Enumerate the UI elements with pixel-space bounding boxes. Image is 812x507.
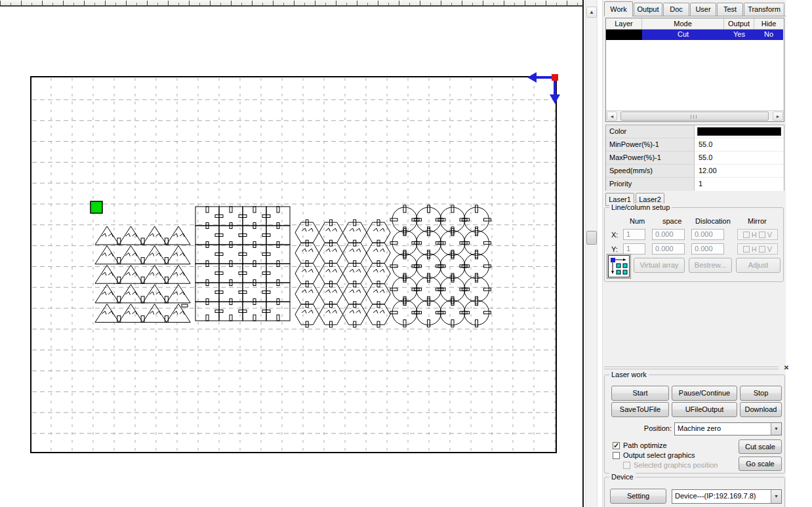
tab-user[interactable]: User: [690, 3, 716, 16]
layer-hide-cell[interactable]: No: [754, 30, 783, 40]
panel-splitter[interactable]: [604, 367, 779, 369]
tab-transform[interactable]: Transform: [744, 3, 784, 16]
prop-row-maxpower[interactable]: MaxPower(%)-1 55.0: [606, 152, 784, 165]
laser-software-window: ▲ Work Output Doc User Test Transform La…: [0, 0, 812, 507]
checkbox-label: Selected graphics position: [634, 461, 718, 469]
small-rect-mark[interactable]: [182, 304, 188, 307]
y-row-label: Y:: [611, 245, 622, 253]
prop-value[interactable]: 55.0: [695, 152, 784, 165]
laser-work-group: Laser work Start Pause/Continue Stop Sav…: [604, 375, 785, 474]
thumb-grip: [691, 115, 699, 119]
start-button[interactable]: Start: [611, 386, 669, 401]
y-mirror-v-checkbox[interactable]: [759, 246, 765, 253]
mirror-h-label: H: [752, 231, 757, 239]
col-header-hide[interactable]: Hide: [754, 18, 783, 30]
x-space-input[interactable]: 0.000: [652, 229, 685, 240]
hscroll-thumb[interactable]: [620, 112, 769, 121]
prop-row-minpower[interactable]: MinPower(%)-1 55.0: [606, 138, 784, 152]
layer-table: Layer Mode Output Hide Cut Yes No ◄ ►: [605, 18, 784, 122]
prop-value[interactable]: 12.00: [695, 165, 784, 178]
canvas-area[interactable]: [0, 0, 584, 507]
col-header-layer[interactable]: Layer: [606, 18, 642, 30]
main-tabstrip: Work Output Doc User Test Transform: [604, 1, 786, 16]
mirror-v-label: V: [767, 231, 772, 239]
scroll-up-icon[interactable]: ▲: [586, 7, 597, 18]
vertical-scroll-thumb[interactable]: [586, 231, 597, 245]
col-header-mirror: Mirror: [748, 217, 767, 225]
close-icon[interactable]: ✕: [782, 364, 790, 372]
layer-color-swatch[interactable]: [606, 30, 642, 40]
x-mirror-box: H V: [737, 229, 778, 240]
y-mirror-box: H V: [737, 243, 778, 254]
checkbox-label: Output select graphics: [623, 451, 695, 459]
ufile-output-button[interactable]: UFileOutput: [672, 402, 737, 417]
go-scale-button[interactable]: Go scale: [739, 456, 782, 471]
tab-test[interactable]: Test: [717, 3, 743, 16]
green-anchor-square[interactable]: [91, 201, 102, 213]
shape-group-hexagon-pieces[interactable]: [295, 220, 390, 327]
prop-row-color[interactable]: Color: [606, 125, 784, 138]
prop-row-speed[interactable]: Speed(mm/s) 12.00: [606, 165, 784, 178]
output-select-graphics-checkbox[interactable]: Output select graphics: [613, 451, 695, 459]
chevron-down-icon[interactable]: ▼: [771, 490, 781, 503]
tab-output[interactable]: Output: [634, 3, 662, 16]
save-to-ufile-button[interactable]: SaveToUFile: [611, 402, 669, 417]
layer-output-cell[interactable]: Yes: [724, 30, 754, 40]
adjust-button[interactable]: Adjust: [736, 258, 781, 273]
col-header-mode[interactable]: Mode: [642, 18, 724, 30]
layer-mode-cell[interactable]: Cut: [642, 30, 724, 40]
y-num-input[interactable]: 1: [623, 243, 645, 254]
checkbox-box[interactable]: [613, 442, 620, 449]
shape-group-square-pieces[interactable]: [195, 207, 290, 321]
array-direction-icon: [609, 256, 629, 277]
device-combobox[interactable]: Device---(IP:192.169.7.8) ▼: [672, 489, 782, 504]
line-column-setup-group: Line/column setup Num space Dislocation …: [604, 207, 784, 282]
array-direction-button[interactable]: [608, 255, 630, 277]
tab-work[interactable]: Work: [604, 1, 633, 16]
layer-row[interactable]: Cut Yes No: [606, 30, 784, 40]
x-num-input[interactable]: 1: [623, 229, 645, 240]
layer-table-hscrollbar[interactable]: ◄ ►: [606, 110, 784, 121]
chevron-down-icon[interactable]: ▼: [771, 423, 781, 435]
checkbox-box[interactable]: [623, 462, 630, 469]
device-group: Device Setting Device---(IP:192.169.7.8)…: [604, 477, 785, 507]
x-dislocation-input[interactable]: 0.000: [691, 229, 724, 240]
y-dislocation-input[interactable]: 0.000: [691, 243, 724, 254]
path-optimize-checkbox[interactable]: Path optimize: [613, 441, 667, 449]
position-value: Machine zero: [678, 424, 769, 432]
x-mirror-v-checkbox[interactable]: [759, 232, 765, 238]
prop-label: Color: [606, 125, 695, 138]
scroll-right-icon[interactable]: ►: [773, 112, 783, 121]
stop-button[interactable]: Stop: [740, 386, 782, 401]
prop-value-color[interactable]: [695, 125, 784, 138]
prop-value[interactable]: 55.0: [695, 138, 784, 152]
control-panel: Work Output Doc User Test Transform Laye…: [602, 0, 786, 507]
cut-scale-button[interactable]: Cut scale: [739, 439, 782, 454]
selected-graphics-position-checkbox[interactable]: Selected graphics position: [623, 461, 718, 469]
x-row-label: X:: [611, 231, 622, 239]
work-area-border: [31, 77, 556, 453]
download-button[interactable]: Download: [740, 402, 782, 417]
checkbox-box[interactable]: [613, 452, 620, 459]
y-space-input[interactable]: 0.000: [652, 243, 685, 254]
y-mirror-h-checkbox[interactable]: [743, 246, 750, 253]
mirror-v-label: V: [767, 245, 772, 253]
x-mirror-h-checkbox[interactable]: [743, 232, 750, 238]
prop-value[interactable]: 1: [695, 178, 784, 191]
scroll-left-icon[interactable]: ◄: [607, 112, 617, 121]
grid-lines: [32, 78, 555, 451]
bestrew-button[interactable]: Bestrew...: [689, 258, 732, 273]
prop-row-priority[interactable]: Priority 1: [606, 178, 784, 191]
col-header-output[interactable]: Output: [724, 18, 754, 30]
color-swatch[interactable]: [697, 127, 781, 136]
shape-group-triangle-pieces[interactable]: [95, 226, 190, 322]
position-combobox[interactable]: Machine zero ▼: [674, 422, 782, 436]
shape-group-circle-pieces[interactable]: [390, 205, 491, 327]
tab-doc[interactable]: Doc: [663, 3, 689, 16]
device-setting-button[interactable]: Setting: [610, 489, 666, 504]
canvas-vertical-scrollbar[interactable]: ▲: [585, 0, 598, 507]
mirror-h-label: H: [752, 245, 757, 253]
virtual-array-button[interactable]: Virtual array: [634, 258, 685, 273]
drawing-canvas[interactable]: [0, 0, 584, 507]
pause-continue-button[interactable]: Pause/Continue: [672, 386, 737, 401]
